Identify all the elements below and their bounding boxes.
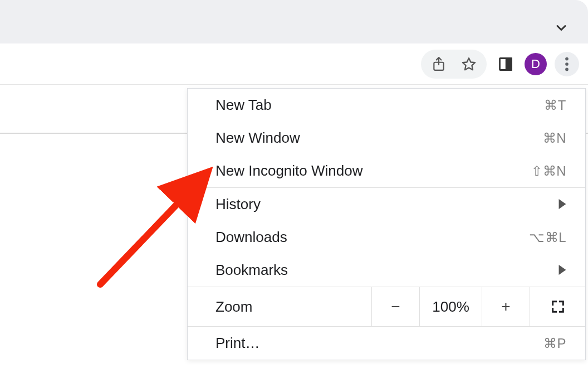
chrome-menu: New Tab ⌘T New Window ⌘N New Incognito W… [187,88,586,360]
menu-zoom-row: Zoom − 100% + [188,287,585,327]
svg-rect-3 [506,58,511,70]
menu-item-new-window[interactable]: New Window ⌘N [188,122,585,154]
menu-label: Bookmarks [215,262,288,279]
menu-shortcut: ⌥⌘L [529,230,566,245]
menu-label: Print… [215,335,259,352]
menu-item-new-incognito[interactable]: New Incognito Window ⇧⌘N [188,154,585,187]
svg-point-5 [565,62,569,66]
svg-marker-8 [559,265,566,275]
svg-marker-7 [559,199,566,209]
menu-item-downloads[interactable]: Downloads ⌥⌘L [188,221,585,254]
menu-label: History [215,196,261,213]
bookmark-star-icon[interactable] [461,56,477,72]
menu-label: Downloads [215,229,287,246]
zoom-out-button[interactable]: − [371,287,419,326]
menu-label: New Window [215,129,300,147]
menu-item-print[interactable]: Print… ⌘P [188,327,585,360]
zoom-in-button[interactable]: + [482,287,530,326]
tab-strip [0,0,588,43]
svg-marker-1 [463,58,475,70]
omnibox-actions [421,50,487,79]
zoom-label: Zoom [188,287,371,326]
submenu-arrow-icon [558,262,566,279]
toolbar: D [0,43,588,85]
svg-point-4 [565,57,569,60]
menu-item-bookmarks[interactable]: Bookmarks [188,254,585,287]
menu-shortcut: ⇧⌘N [531,163,566,179]
menu-shortcut: ⌘N [543,130,566,146]
menu-shortcut: ⌘P [543,336,566,351]
share-icon[interactable] [431,56,447,72]
tab-search-chevron-icon[interactable] [553,20,569,38]
profile-avatar[interactable]: D [525,53,547,75]
side-panel-icon[interactable] [494,53,517,75]
menu-label: New Tab [215,96,272,114]
fullscreen-button[interactable] [530,287,585,326]
menu-item-new-tab[interactable]: New Tab ⌘T [188,89,585,122]
zoom-value: 100% [419,287,482,326]
avatar-initial: D [531,57,540,71]
menu-item-history[interactable]: History [188,188,585,221]
menu-shortcut: ⌘T [544,98,566,113]
svg-point-6 [565,67,569,71]
more-menu-button[interactable] [555,52,579,76]
menu-label: New Incognito Window [215,162,362,180]
submenu-arrow-icon [558,196,566,213]
